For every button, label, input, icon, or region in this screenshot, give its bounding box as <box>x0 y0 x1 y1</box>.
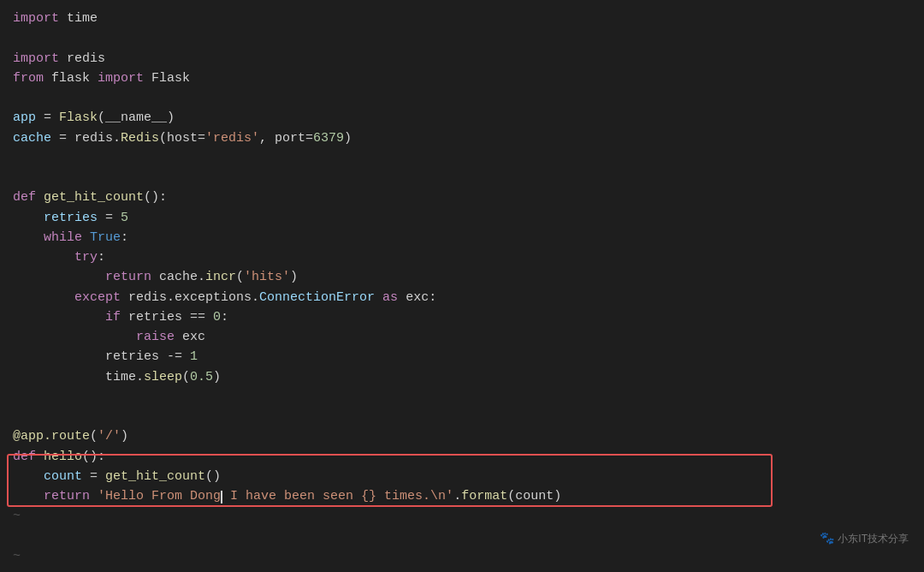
token: retries <box>13 211 98 225</box>
token: cache. <box>151 270 205 284</box>
token: exc <box>175 330 205 344</box>
token: sleep <box>144 370 182 384</box>
code-line: import time <box>9 9 924 28</box>
token: ( <box>236 270 244 284</box>
token: 1 <box>190 349 198 364</box>
token: app <box>13 110 36 125</box>
code-line <box>9 527 924 546</box>
token: count <box>13 469 82 484</box>
token: as <box>382 290 398 305</box>
code-line: def hello(): <box>9 447 924 467</box>
token <box>13 310 105 325</box>
token: ( <box>90 429 98 444</box>
token: hello <box>44 450 82 464</box>
token <box>36 450 44 464</box>
token: redis <box>59 51 105 66</box>
token: exc: <box>398 290 436 305</box>
watermark: 🐾 小东IT技术分享 <box>820 529 909 548</box>
code-line: def get_hit_count(): <box>9 188 924 207</box>
code-line: raise exc <box>9 327 924 347</box>
code-line: count = get_hit_count() <box>9 467 924 486</box>
token: from <box>13 71 44 86</box>
token <box>82 230 90 245</box>
token: 0 <box>213 310 221 325</box>
token: def <box>13 190 36 205</box>
token: 6379 <box>313 131 344 146</box>
token: ConnectionError <box>259 290 375 305</box>
token <box>13 270 105 284</box>
token: format <box>461 489 507 503</box>
code-editor: import time import redisfrom flask impor… <box>0 0 924 572</box>
token: ) <box>121 429 128 444</box>
token: ) <box>213 370 221 384</box>
token <box>13 290 74 305</box>
token: ~ <box>13 549 21 563</box>
token <box>36 190 44 205</box>
token: ( <box>182 370 190 384</box>
watermark-icon: 🐾 <box>820 529 834 548</box>
token: ~ <box>13 509 21 523</box>
token: (host= <box>159 131 205 146</box>
token <box>13 250 74 265</box>
token: cache <box>13 131 51 146</box>
code-line: try: <box>9 247 924 267</box>
token: incr <box>205 270 236 284</box>
token: redis.exceptions. <box>121 290 259 305</box>
token: @app.route <box>13 429 90 444</box>
token <box>375 290 382 305</box>
token: ) <box>290 270 298 284</box>
code-content: import time import redisfrom flask impor… <box>9 9 924 572</box>
code-line <box>9 168 924 188</box>
code-line <box>9 148 924 168</box>
token: try <box>74 250 98 265</box>
code-line: return cache.incr('hits') <box>9 267 924 287</box>
token: 'Hello From Dong <box>98 489 221 503</box>
token: (count) <box>507 489 561 503</box>
token: get_hit_count <box>44 190 144 205</box>
token: , port= <box>259 131 313 146</box>
token <box>90 489 98 503</box>
token: except <box>74 290 121 305</box>
token: -= <box>167 349 190 364</box>
token: import <box>98 71 144 86</box>
code-line <box>9 88 924 108</box>
token: ~ <box>13 569 21 572</box>
code-line: time.sleep(0.5) <box>9 367 924 387</box>
token: time. <box>13 370 144 384</box>
code-line: import redis <box>9 49 924 69</box>
token: 5 <box>121 211 128 225</box>
token <box>13 230 44 245</box>
token: time <box>59 11 98 26</box>
code-line: app = Flask(__name__) <box>9 108 924 128</box>
token: (): <box>144 190 167 205</box>
token: I have been seen {} times.\n' <box>222 489 453 503</box>
token: = <box>36 110 59 125</box>
code-line: return 'Hello From Dong I have been seen… <box>9 486 924 506</box>
code-line: retries -= 1 <box>9 347 924 366</box>
code-line: ~ <box>9 506 924 526</box>
code-line: if retries == 0: <box>9 307 924 327</box>
token: (): <box>82 450 105 464</box>
token: True <box>90 230 121 245</box>
token: raise <box>136 330 175 344</box>
token <box>13 489 44 503</box>
token: Redis <box>121 131 159 146</box>
token: get_hit_count <box>105 469 205 484</box>
token: 'redis' <box>205 131 259 146</box>
code-line <box>9 387 924 407</box>
token: def <box>13 450 36 464</box>
token: 0.5 <box>190 370 213 384</box>
code-line: cache = redis.Redis(host='redis', port=6… <box>9 128 924 148</box>
token: : <box>121 230 128 245</box>
token: Flask <box>59 110 98 125</box>
token: () <box>205 469 221 484</box>
token <box>13 330 136 344</box>
token: . <box>453 489 461 503</box>
token: : <box>221 310 228 325</box>
token: return <box>105 270 151 284</box>
token: if <box>105 310 121 325</box>
token: flask <box>44 71 98 86</box>
token: retries <box>13 349 167 364</box>
token: import <box>13 51 59 66</box>
token: = redis. <box>51 131 121 146</box>
